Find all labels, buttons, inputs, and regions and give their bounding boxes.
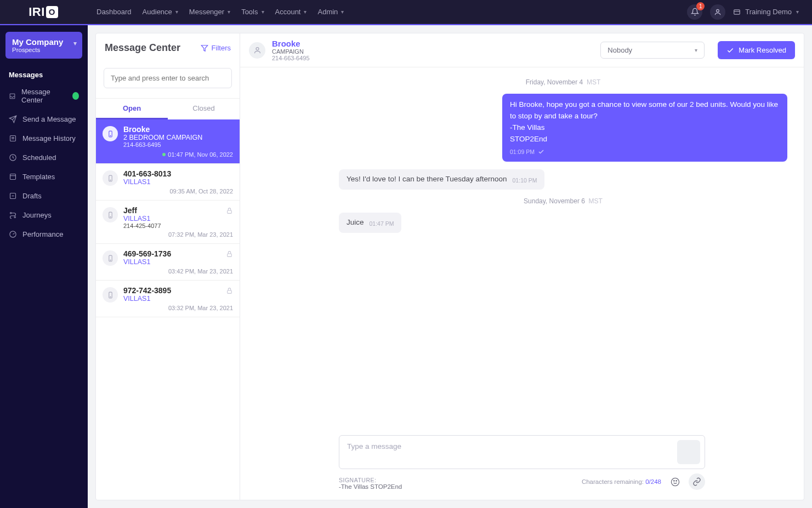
draft-icon: [9, 192, 17, 200]
tab-open[interactable]: Open: [96, 99, 168, 119]
sidebar-item-label: Message Center: [21, 88, 67, 104]
nav-audience[interactable]: Audience▾: [143, 0, 178, 24]
chevron-down-icon: ▾: [796, 9, 799, 15]
composer-placeholder: Type a message: [347, 442, 401, 450]
sidebar-item-message-history[interactable]: Message History: [3, 129, 84, 148]
conversation-item[interactable]: 469-569-1736VILLAS103:42 PM, Mar 23, 202…: [96, 244, 240, 281]
nav-tools[interactable]: Tools▾: [241, 0, 264, 24]
sidebar-item-message-center[interactable]: Message Center: [3, 82, 84, 110]
sidebar-item-drafts[interactable]: Drafts: [3, 186, 84, 206]
message-time: 01:09 PM: [510, 147, 780, 156]
conversation-item[interactable]: 972-742-3895VILLAS103:32 PM, Mar 23, 202…: [96, 281, 240, 317]
conversation-phone: 214-425-4077: [123, 222, 233, 229]
filters-button[interactable]: Filters: [201, 44, 231, 52]
logo: IRIO: [0, 5, 87, 19]
svg-point-0: [717, 9, 719, 12]
nav-dashboard[interactable]: Dashboard: [96, 0, 132, 24]
sidebar: My Company Prospects ▾ Messages Message …: [0, 25, 88, 508]
emoji-button[interactable]: [667, 473, 683, 490]
conversation-timestamp: 09:35 AM, Oct 28, 2022: [123, 188, 233, 195]
nav-account[interactable]: Account▾: [275, 0, 307, 24]
assignee-select[interactable]: Nobody ▾: [600, 42, 705, 59]
conversation-phone: 214-663-6495: [123, 141, 233, 148]
svg-rect-4: [10, 174, 16, 180]
template-icon: [9, 173, 17, 181]
lock-icon: [226, 250, 233, 258]
sidebar-item-label: Send a Message: [22, 115, 76, 123]
contact-phone: 214-663-6495: [272, 55, 310, 61]
contact-name: Brooke: [272, 39, 310, 48]
main-area: Message Center Filters Open Closed Brook…: [88, 25, 812, 508]
sidebar-item-send-a-message[interactable]: Send a Message: [3, 110, 84, 129]
panel-title: Message Center: [105, 42, 180, 54]
svg-point-24: [673, 480, 674, 481]
sidebar-item-scheduled[interactable]: Scheduled: [3, 148, 84, 167]
svg-point-10: [110, 135, 110, 136]
conversation-name: 972-742-3895: [123, 286, 233, 295]
svg-point-14: [110, 216, 110, 217]
workspace-label: Training Demo: [745, 8, 792, 16]
conversation-timestamp: 07:32 PM, Mar 23, 2021: [123, 231, 233, 238]
search-input[interactable]: [104, 68, 232, 88]
signature-text: -The Villas STOP2End: [339, 483, 402, 490]
logo-mark: O: [46, 6, 58, 18]
message-text: Hi Brooke, hope you got a chance to view…: [510, 99, 780, 145]
unread-dot: [72, 92, 79, 100]
chat-body: Friday, November 4 MSTHi Brooke, hope yo…: [240, 67, 804, 435]
nav-messenger[interactable]: Messenger▾: [189, 0, 230, 24]
filter-icon: [201, 44, 208, 52]
link-icon: [692, 477, 701, 486]
link-button[interactable]: [689, 473, 705, 490]
conversation-list: Brooke2 BEDROOM CAMPAIGN214-663-649501:4…: [96, 119, 240, 500]
contact-campaign: CAMPAIGN: [272, 48, 310, 55]
phone-icon: [103, 126, 118, 141]
conversation-campaign: 2 BEDROOM CAMPAIGN: [123, 134, 233, 141]
conversation-timestamp: 01:47 PM, Nov 06, 2022: [123, 151, 233, 158]
message-bubble: Hi Brooke, hope you got a chance to view…: [502, 94, 787, 162]
signature-label: SIGNATURE:: [339, 477, 402, 483]
sidebar-item-templates[interactable]: Templates: [3, 167, 84, 186]
workspace-selector[interactable]: Training Demo ▾: [733, 8, 799, 16]
message-input[interactable]: Type a message: [339, 435, 705, 469]
svg-rect-18: [228, 254, 232, 256]
message-outgoing: Hi Brooke, hope you got a chance to view…: [339, 94, 787, 162]
conversation-name: 401-663-8013: [123, 169, 233, 178]
chevron-down-icon: ▾: [695, 47, 697, 53]
nav-admin[interactable]: Admin▾: [317, 0, 344, 24]
svg-point-7: [14, 216, 16, 218]
performance-icon: [9, 230, 17, 238]
message-incoming: Yes! I'd love to! I can be there Tuesday…: [339, 169, 787, 190]
conversation-item[interactable]: 401-663-8013VILLAS109:35 AM, Oct 28, 202…: [96, 164, 240, 201]
conversation-item[interactable]: JeffVILLAS1214-425-407707:32 PM, Mar 23,…: [96, 201, 240, 244]
message-time: 01:47 PM: [370, 219, 394, 228]
top-nav: IRIO DashboardAudience▾Messenger▾Tools▾A…: [0, 0, 812, 24]
clock-icon: [9, 153, 17, 162]
message-text: Juice: [347, 217, 364, 229]
svg-point-6: [10, 213, 12, 214]
user-menu-button[interactable]: [710, 4, 725, 20]
history-icon: [9, 134, 17, 142]
company-title: My Company: [12, 37, 76, 47]
lock-icon: [226, 287, 233, 294]
send-button[interactable]: [677, 440, 700, 464]
message-incoming: Juice01:47 PM: [339, 213, 787, 233]
sidebar-item-label: Message History: [22, 134, 76, 142]
lock-icon: [226, 207, 233, 214]
sidebar-item-performance[interactable]: Performance: [3, 225, 84, 244]
inbox-icon: [9, 92, 16, 100]
company-selector[interactable]: My Company Prospects ▾: [5, 32, 82, 59]
tab-closed[interactable]: Closed: [168, 99, 240, 119]
conversation-item[interactable]: Brooke2 BEDROOM CAMPAIGN214-663-649501:4…: [96, 119, 240, 164]
delivered-icon: [538, 149, 544, 155]
nav-links: DashboardAudience▾Messenger▾Tools▾Accoun…: [96, 0, 344, 24]
phone-icon: [103, 250, 118, 266]
mark-resolved-button[interactable]: Mark Resolved: [718, 41, 795, 59]
date-separator: Sunday, November 6 MST: [339, 197, 787, 205]
chevron-down-icon: ▾: [175, 9, 178, 15]
sidebar-item-journeys[interactable]: Journeys: [3, 206, 84, 225]
check-icon: [726, 47, 734, 54]
phone-icon: [103, 287, 118, 302]
notifications-button[interactable]: 1: [687, 4, 702, 20]
conversation-campaign: VILLAS1: [123, 178, 233, 186]
status-dot: [162, 153, 166, 156]
